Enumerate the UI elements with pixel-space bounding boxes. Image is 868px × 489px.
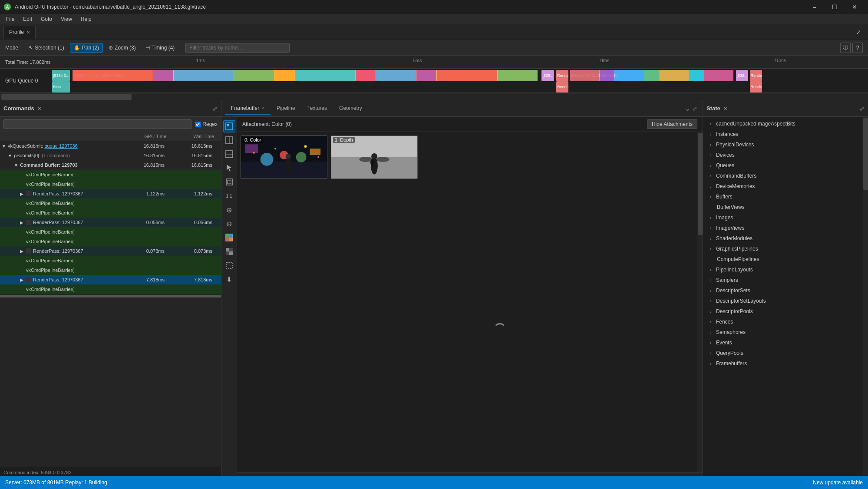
- tool-split-view[interactable]: [223, 134, 235, 146]
- tree-row-barrier-9[interactable]: vkCmdPipelineBarrier(: [0, 284, 221, 294]
- state-item-devices[interactable]: › Devices: [703, 150, 863, 160]
- color-attachment-thumbnail[interactable]: 0: Color: [241, 135, 327, 179]
- tree-row-barrier-4[interactable]: vkCmdPipelineBarrier(: [0, 208, 221, 218]
- state-item-querypools[interactable]: › QueryPools: [703, 348, 863, 358]
- state-item-descriptorsetlayouts[interactable]: › DescriptorSetLayouts: [703, 296, 863, 306]
- state-item-physicaldevices[interactable]: › PhysicalDevices: [703, 139, 863, 150]
- tree-toggle-14[interactable]: ▶: [20, 278, 26, 282]
- tree-row-barrier-2[interactable]: vkCmdPipelineBarrier(: [0, 179, 221, 189]
- regex-checkbox[interactable]: Regex: [195, 121, 218, 127]
- tree-row-barrier-7[interactable]: vkCmdPipelineBarrier(: [0, 256, 221, 265]
- tree-row-vkqueuesubmit[interactable]: ▼ vkQueueSubmit: queue 1297036 16.815ms …: [0, 141, 221, 151]
- state-item-events[interactable]: › Events: [703, 337, 863, 348]
- state-item-imageviews[interactable]: › ImageViews: [703, 223, 863, 233]
- state-tree[interactable]: › cachedUnpackedImageAspectBits › Instan…: [703, 117, 863, 477]
- tool-1to1[interactable]: 1:1: [223, 190, 235, 202]
- tree-row-renderpass-1[interactable]: ▶ RenderPass: 12970367 1.122ms 1.122ms: [0, 189, 221, 198]
- state-panel-close[interactable]: ×: [724, 105, 727, 112]
- framebuffer-vertical-scrollbar[interactable]: [697, 132, 703, 472]
- gpu-block-1[interactable]: [5384 0...: [52, 70, 70, 81]
- statusbar-update-link[interactable]: New update available: [813, 479, 863, 486]
- commands-panel-close[interactable]: ×: [38, 105, 41, 112]
- tool-image-adjust[interactable]: [223, 231, 235, 244]
- tool-overlay[interactable]: [223, 148, 235, 160]
- gpu-block-bottom-render-2[interactable]: Render: [750, 81, 762, 93]
- tree-row-renderpass-4[interactable]: ▶ RenderPass: 12970367 7.818ms 7.818ms: [0, 275, 221, 284]
- tool-checker[interactable]: [223, 245, 235, 258]
- state-item-samplers[interactable]: › Samplers: [703, 275, 863, 285]
- mode-zoom-button[interactable]: ⊕ Zoom (3): [105, 43, 140, 53]
- expand-top-button[interactable]: ⤢: [852, 26, 865, 38]
- tree-row-barrier-8[interactable]: vkCmdPipelineBarrier(: [0, 265, 221, 275]
- state-vertical-scrollbar[interactable]: [863, 117, 868, 477]
- center-panel-expand-button[interactable]: ⤢: [690, 105, 699, 112]
- commands-search-input[interactable]: [3, 119, 191, 129]
- state-item-queues[interactable]: › Queues: [703, 160, 863, 171]
- close-button[interactable]: ✕: [845, 0, 865, 14]
- tool-color-attachment[interactable]: [223, 120, 235, 132]
- gpu-block-render-2[interactable]: Render: [750, 70, 762, 81]
- menu-edit[interactable]: Edit: [19, 15, 36, 23]
- profile-tab[interactable]: Profile ✕: [3, 26, 36, 39]
- state-item-descriptorpools[interactable]: › DescriptorPools: [703, 306, 863, 317]
- gpu-block-render-1[interactable]: Render: [556, 70, 568, 81]
- menu-goto[interactable]: Goto: [36, 15, 56, 23]
- mode-selection-button[interactable]: ↖ Selection (1): [25, 43, 68, 53]
- tab-framebuffer[interactable]: Framebuffer ×: [225, 102, 271, 115]
- state-item-graphicspipelines[interactable]: › GraphicsPipelines: [703, 244, 863, 254]
- state-item-instances[interactable]: › Instances: [703, 129, 863, 139]
- minimize-button[interactable]: –: [805, 0, 825, 14]
- state-item-buffers[interactable]: › Buffers: [703, 192, 863, 202]
- tool-zoom-out[interactable]: ⊖: [223, 218, 235, 230]
- hide-attachments-button[interactable]: Hide Attachments: [647, 119, 697, 129]
- state-item-semaphores[interactable]: › Semaphores: [703, 327, 863, 337]
- tree-toggle-1[interactable]: ▼: [8, 153, 14, 158]
- gpu-block-5[interactable]: [538...: [736, 70, 748, 81]
- mode-pan-button[interactable]: ✋ Pan (2): [70, 43, 103, 53]
- menu-help[interactable]: Help: [76, 15, 96, 23]
- tree-row-barrier-1[interactable]: vkCmdPipelineBarrier(: [0, 170, 221, 179]
- filter-tracks-input[interactable]: [185, 43, 290, 53]
- state-item-cached[interactable]: › cachedUnpackedImageAspectBits: [703, 119, 863, 129]
- regex-checkbox-input[interactable]: [195, 122, 201, 127]
- tree-row-commandbuffer[interactable]: ▼ Command Buffer: 129703 16.815ms 16.815…: [0, 160, 221, 170]
- tool-zoom-in[interactable]: ⊕: [223, 204, 235, 216]
- tool-fit[interactable]: [223, 176, 235, 188]
- tool-cursor[interactable]: [223, 162, 235, 174]
- tab-geometry[interactable]: Geometry: [333, 102, 368, 115]
- maximize-button[interactable]: ☐: [825, 0, 845, 14]
- gpu-block-3[interactable]: [538...: [541, 70, 554, 81]
- tree-toggle-5[interactable]: ▶: [20, 192, 26, 196]
- commands-tree[interactable]: ▼ vkQueueSubmit: queue 1297036 16.815ms …: [0, 141, 221, 467]
- state-item-images[interactable]: › Images: [703, 212, 863, 223]
- state-item-bufferviews[interactable]: BufferViews: [703, 202, 863, 212]
- state-item-framebuffers[interactable]: › Framebuffers: [703, 358, 863, 369]
- tool-select-region[interactable]: [223, 259, 235, 271]
- state-item-pipelinelayouts[interactable]: › PipelineLayouts: [703, 264, 863, 275]
- tree-toggle-8[interactable]: ▶: [20, 220, 26, 225]
- gpu-block-bottom-render-1[interactable]: Render: [556, 81, 568, 93]
- state-item-commandbuffers[interactable]: › CommandBuffers: [703, 171, 863, 181]
- state-item-shadermodules[interactable]: › ShaderModules: [703, 233, 863, 244]
- gpu-queue-track[interactable]: [5384 0... [5384 0 0 1110] (2280×1080) […: [52, 69, 868, 93]
- info-button[interactable]: ⓘ: [840, 43, 851, 53]
- state-item-devicememories[interactable]: › DeviceMemories: [703, 181, 863, 192]
- mode-timing-button[interactable]: ⊣ Timing (4): [142, 43, 179, 53]
- tree-row-barrier-5[interactable]: vkCmdPipelineBarrier(: [0, 227, 221, 237]
- state-panel-expand[interactable]: ⤢: [859, 105, 865, 112]
- menu-view[interactable]: View: [56, 15, 76, 23]
- state-item-computepipelines[interactable]: ComputePipelines: [703, 254, 863, 264]
- tree-row-barrier-3[interactable]: vkCmdPipelineBarrier(: [0, 198, 221, 208]
- commands-panel-expand[interactable]: ⤢: [212, 105, 218, 112]
- state-item-fences[interactable]: › Fences: [703, 317, 863, 327]
- tool-download[interactable]: ⬇: [223, 273, 235, 285]
- tree-toggle-2[interactable]: ▼: [14, 163, 20, 168]
- tree-toggle-11[interactable]: ▶: [20, 249, 26, 254]
- tab-pipeline[interactable]: Pipeline: [271, 102, 301, 115]
- question-button[interactable]: ?: [852, 43, 863, 53]
- tree-row-psubmits[interactable]: ▼ pSubmits[0]: (1 command) 16.815ms 16.8…: [0, 151, 221, 160]
- profile-tab-close[interactable]: ✕: [26, 30, 30, 35]
- horizontal-scrollbar[interactable]: [0, 94, 868, 100]
- tree-row-barrier-6[interactable]: vkCmdPipelineBarrier(: [0, 237, 221, 246]
- tab-framebuffer-close[interactable]: ×: [262, 106, 264, 110]
